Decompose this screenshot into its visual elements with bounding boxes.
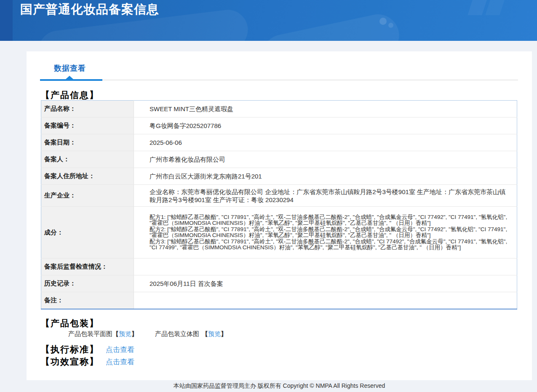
table-row-history-record: 历史记录： 2025年06月11日 首次备案	[41, 275, 517, 292]
header-decor-dot	[379, 18, 387, 25]
header-decor-band	[258, 11, 403, 41]
formula-3: 配方3: ["鲸蜡醇乙基己酸酯", "CI 77891", "高岭土", "双-…	[150, 239, 512, 251]
packaging-3d-image-preview-link[interactable]: 预览	[208, 330, 221, 337]
page-title: 国产普通化妆品备案信息	[20, 0, 159, 19]
product-info-section-title: 【产品信息】	[41, 91, 99, 100]
formula-2: 配方2: ["鲸蜡醇乙基己酸酯", "CI 77891", "高岭土", "双-…	[150, 227, 512, 239]
header-decor-parallelogram	[468, 0, 488, 15]
packaging-3d-image-label: 产品包装立体图	[155, 330, 199, 337]
product-info-table: 产品名称： SWEET MINT三色精灵遮瑕盘 备案编号： 粤G妆网备字2025…	[41, 100, 517, 309]
table-row-filer: 备案人： 广州市希雅化妆品有限公司	[41, 151, 517, 168]
row-label: 历史记录：	[41, 275, 134, 292]
packaging-3d-image-item: 产品包装立体图【预览】	[155, 330, 227, 338]
row-value: 广州市白云区大源街米龙东南路21号201	[134, 168, 517, 185]
packaging-flat-image-label: 产品包装平面图	[68, 330, 112, 337]
row-label: 备案后监督检查情况：	[41, 259, 134, 275]
header-accent-strip	[0, 0, 13, 41]
table-row-ingredients: 成分： 配方1: ["鲸蜡醇乙基己酸酯", "CI 77891", "高岭土",…	[41, 207, 517, 259]
row-value: SWEET MINT三色精灵遮瑕盘	[134, 101, 517, 117]
execution-standard-line: 【执行标准】 点击查看	[41, 344, 134, 355]
table-row-remarks: 备注：	[41, 292, 517, 309]
bracket-open: 【	[112, 330, 119, 337]
row-label: 成分：	[41, 207, 134, 259]
tab-data-view[interactable]: 数据查看	[54, 63, 86, 73]
page-header: 国产普通化妆品备案信息	[0, 0, 537, 41]
header-decor-dot	[388, 23, 393, 28]
execution-standard-title: 【执行标准】	[41, 344, 99, 355]
row-value: 企业名称：东莞市粤丽偲化妆品有限公司 企业地址：广东省东莞市茶山镇鞍月路2号3号…	[134, 185, 517, 207]
table-row-filing-date: 备案日期： 2025-06-06	[41, 134, 517, 151]
bracket-open: 【	[202, 330, 208, 337]
table-row-filer-address: 备案人住所地址： 广州市白云区大源街米龙东南路21号201	[41, 168, 517, 185]
row-label: 生产企业：	[41, 185, 134, 207]
bracket-close: 】	[221, 330, 227, 337]
row-value: 广州市希雅化妆品有限公司	[134, 151, 517, 168]
efficacy-claim-line: 【功效宣称】 点击查看	[41, 357, 134, 367]
table-row-post-filing-inspection: 备案后监督检查情况：	[41, 259, 517, 275]
row-value: 2025年06月11日 首次备案	[134, 275, 517, 292]
row-value: 2025-06-06	[134, 134, 517, 151]
row-value	[134, 259, 517, 275]
header-decor-parallelogram	[485, 0, 505, 15]
row-value: 配方1: ["鲸蜡醇乙基己酸酯", "CI 77891", "高岭土", "双-…	[134, 207, 517, 259]
row-label: 备案日期：	[41, 134, 134, 151]
row-label: 产品名称：	[41, 101, 134, 117]
row-value	[134, 292, 517, 309]
copyright-text: 本站由国家药品监督管理局主办 版权所有 Copyright © NMPA All…	[174, 382, 385, 389]
page-footer: 本站由国家药品监督管理局主办 版权所有 Copyright © NMPA All…	[27, 380, 532, 392]
table-row-manufacturer: 生产企业： 企业名称：东莞市粤丽偲化妆品有限公司 企业地址：广东省东莞市茶山镇鞍…	[41, 185, 517, 207]
table-row-filing-number: 备案编号： 粤G妆网备字2025207786	[41, 117, 517, 134]
tab-arrow-icon	[66, 76, 73, 79]
packaging-flat-image-item: 产品包装平面图【预览】	[68, 330, 138, 338]
row-label: 备案人住所地址：	[41, 168, 134, 185]
row-value: 粤G妆网备字2025207786	[134, 117, 517, 134]
bracket-close: 】	[131, 330, 138, 337]
table-row-product-name: 产品名称： SWEET MINT三色精灵遮瑕盘	[41, 101, 517, 117]
execution-standard-view-link[interactable]: 点击查看	[106, 345, 134, 355]
formula-1: 配方1: ["鲸蜡醇乙基己酸酯", "CI 77891", "高岭土", "双-…	[150, 214, 512, 227]
tab-underline-active	[40, 79, 102, 81]
row-label: 备案编号：	[41, 117, 134, 134]
row-label: 备注：	[41, 292, 134, 309]
efficacy-claim-title: 【功效宣称】	[41, 357, 99, 367]
packaging-flat-image-preview-link[interactable]: 预览	[119, 330, 131, 337]
packaging-section-title: 【产品包装】	[41, 319, 99, 328]
efficacy-claim-view-link[interactable]: 点击查看	[106, 357, 134, 367]
row-label: 备案人：	[41, 151, 134, 168]
tab-underline	[40, 80, 518, 80]
content-card: 数据查看 【产品信息】 产品名称： SWEET MINT三色精灵遮瑕盘 备案编号…	[27, 51, 532, 380]
